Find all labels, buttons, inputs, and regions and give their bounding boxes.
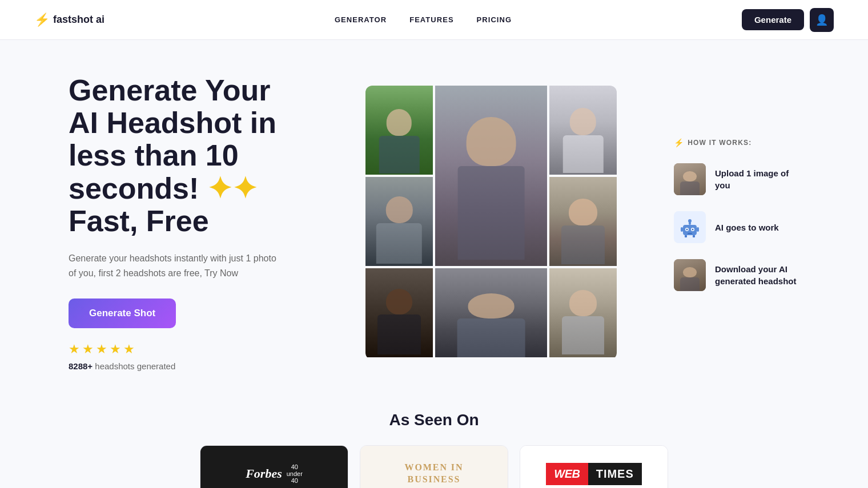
forbes-text: Forbes <box>246 466 282 481</box>
star-3: ★ <box>96 342 107 357</box>
bolt-icon: ⚡ <box>674 138 684 147</box>
press-logos-row: Forbes 40under40 WOMEN INBUSINESS WEB TI… <box>34 445 834 488</box>
photo-3 <box>549 86 617 175</box>
forbes-inner: Forbes 40under40 <box>200 446 348 488</box>
photo-7-center-bottom <box>435 268 547 357</box>
nav-link-generator[interactable]: GENERATOR <box>335 15 387 24</box>
nav-links: GENERATOR FEATURES PRICING <box>335 15 512 24</box>
photo-5 <box>549 177 617 266</box>
hero-section: Generate Your AI Headshot in less than 1… <box>34 40 834 394</box>
as-seen-on-title: As Seen On <box>34 411 834 429</box>
wib-text: WOMEN INBUSINESS <box>405 462 464 486</box>
wib-inner: WOMEN INBUSINESS <box>360 446 508 488</box>
photo-8 <box>549 268 617 357</box>
star-2: ★ <box>82 342 94 357</box>
star-5: ★ <box>123 342 135 357</box>
web-times-logo: WEB TIMES <box>546 463 642 485</box>
navbar: ⚡ fastshot ai GENERATOR FEATURES PRICING… <box>0 0 868 40</box>
svg-rect-2 <box>697 227 699 232</box>
hero-subtitle: Generate your headshots instantly with j… <box>69 251 286 280</box>
nav-link-pricing[interactable]: PRICING <box>477 15 512 24</box>
svg-point-6 <box>692 229 694 231</box>
nav-link-features[interactable]: FEATURES <box>409 15 453 24</box>
avatar-button[interactable]: 👤 <box>810 8 834 32</box>
step-1-image <box>674 163 706 195</box>
photo-1 <box>365 86 433 175</box>
generate-shot-button[interactable]: Generate Shot <box>69 299 176 328</box>
how-it-works-panel: ⚡ HOW IT WORKS: Upload 1 image of you <box>674 138 799 307</box>
photo-grid: .photo-grid-wrapper { display: grid; gri… <box>365 86 617 360</box>
step-3-label: Download your AI generated headshot <box>715 263 799 287</box>
hero-title: Generate Your AI Headshot in less than 1… <box>69 74 308 237</box>
how-step-3: Download your AI generated headshot <box>674 259 799 291</box>
sparkles-icon: ✦✦ <box>207 172 258 205</box>
svg-rect-1 <box>681 227 683 232</box>
wt-red-text: WEB <box>546 463 588 485</box>
how-it-works-title: ⚡ HOW IT WORKS: <box>674 138 799 147</box>
photo-grid-container: .photo-grid-wrapper { display: grid; gri… <box>365 86 617 360</box>
svg-rect-11 <box>693 235 695 237</box>
nav-actions: Generate 👤 <box>742 8 834 32</box>
photo-2-tall <box>435 86 547 266</box>
avatar-icon: 👤 <box>815 14 828 26</box>
wt-inner: WEB TIMES <box>520 446 668 488</box>
photo-6 <box>365 268 433 357</box>
logo[interactable]: ⚡ fastshot ai <box>34 13 105 27</box>
star-1: ★ <box>69 342 80 357</box>
forbes-sub: 40under40 <box>287 463 303 484</box>
web-times-logo-card: WEB TIMES <box>520 445 668 488</box>
svg-point-9 <box>688 219 692 223</box>
step-2-image <box>674 211 706 243</box>
hero-copy: Generate Your AI Headshot in less than 1… <box>69 74 308 371</box>
svg-rect-10 <box>685 235 687 237</box>
how-step-1: Upload 1 image of you <box>674 163 799 195</box>
svg-point-5 <box>686 229 688 231</box>
logo-bolt-icon: ⚡ <box>34 13 50 27</box>
photo-4 <box>365 177 433 266</box>
svg-rect-7 <box>688 233 692 234</box>
forbes-logo-card: Forbes 40under40 <box>200 445 348 488</box>
how-step-2: AI goes to work <box>674 211 799 243</box>
star-rating: ★ ★ ★ ★ ★ <box>69 342 308 357</box>
star-4: ★ <box>110 342 121 357</box>
step-3-image <box>674 259 706 291</box>
step-2-label: AI goes to work <box>715 221 779 233</box>
generate-nav-button[interactable]: Generate <box>742 9 804 30</box>
as-seen-on-section: As Seen On Forbes 40under40 WOMEN INBUSI… <box>0 394 868 488</box>
step-1-label: Upload 1 image of you <box>715 167 799 191</box>
logo-text: fastshot ai <box>53 14 105 26</box>
wt-black-text: TIMES <box>588 463 642 485</box>
women-in-business-logo-card: WOMEN INBUSINESS <box>360 445 508 488</box>
reviews-count: 8288+ headshots generated <box>69 361 308 371</box>
